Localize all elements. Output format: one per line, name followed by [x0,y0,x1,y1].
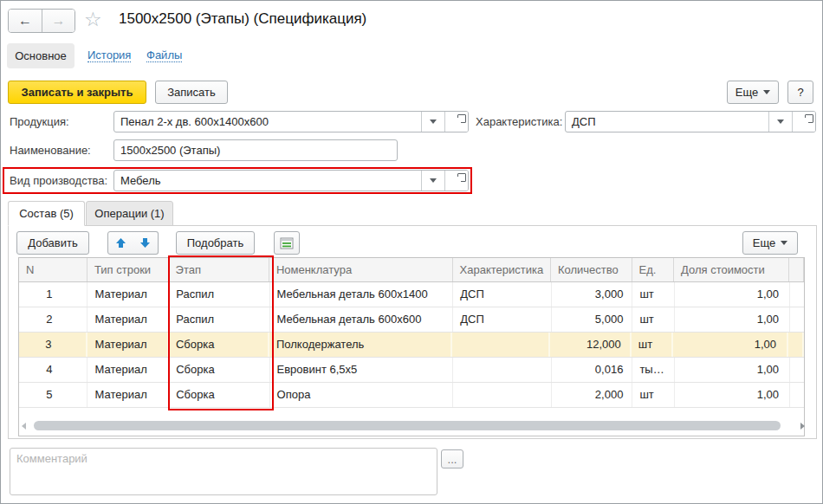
navtab-history[interactable]: История [87,48,131,62]
chevron-down-icon [430,178,437,183]
cell-n[interactable]: 5 [19,383,87,407]
product-dropdown-button[interactable] [421,112,444,132]
cell-row-type[interactable]: Материал [87,282,169,307]
cell-n[interactable]: 4 [19,358,87,382]
cell-share[interactable]: 1,00 [675,358,790,382]
pick-button[interactable]: Подобрать [176,231,255,255]
product-field: Пенал 2-х дв. 600x1400x600 [113,111,469,132]
table-row[interactable]: 5 Материал Сборка Опора 2,000 шт 1,00 [19,383,804,408]
tab-operations[interactable]: Операции (1) [86,201,173,226]
comment-more-button[interactable]: ... [441,449,463,468]
cell-item[interactable]: Опора [270,383,454,407]
col-header-share[interactable]: Доля стоимости [674,258,789,281]
cell-characteristic[interactable]: ДСП [453,307,551,332]
col-header-stage[interactable]: Этап [169,258,269,281]
characteristic-open-button[interactable] [792,112,815,132]
production-type-dropdown-button[interactable] [421,171,444,191]
cell-item[interactable]: Полкодержатель [269,333,452,357]
cell-row-type[interactable]: Материал [87,383,169,407]
cell-qty[interactable]: 0,016 [552,358,633,382]
save-button[interactable]: Записать [155,81,228,104]
table-header-row: N Тип строки Этап Номенклатура Характери… [19,258,804,282]
forward-button[interactable]: → [42,10,75,32]
help-button[interactable]: ? [787,81,813,104]
characteristic-input[interactable]: ДСП [566,112,768,132]
cell-n[interactable]: 1 [19,282,87,307]
form-more-label: Еще [736,86,758,99]
horizontal-scrollbar[interactable] [20,420,805,432]
back-button[interactable]: ← [9,10,42,32]
scrollbar-thumb[interactable] [34,421,781,430]
back-arrow-icon: ← [18,13,32,29]
table-row[interactable]: 2 Материал Распил Мебельная деталь 600x6… [19,307,804,333]
move-up-button[interactable] [107,231,133,255]
cell-unit[interactable]: шт [632,282,674,307]
col-header-row-type[interactable]: Тип строки [87,258,169,281]
cell-share[interactable]: 1,00 [675,383,790,407]
cell-share[interactable]: 1,00 [673,333,788,357]
characteristic-label: Характеристика: [476,111,562,132]
table-more-button[interactable]: Еще [742,231,798,255]
cell-row-type[interactable]: Материал [87,333,169,357]
product-input[interactable]: Пенал 2-х дв. 600x1400x600 [114,112,421,132]
cell-unit[interactable]: шт [632,383,674,407]
cell-row-type[interactable]: Материал [87,358,169,382]
scroll-right-icon[interactable] [800,423,805,430]
cell-unit[interactable]: шт [632,307,674,332]
history-nav-group: ← → [8,9,75,33]
cell-item[interactable]: Евровинт 6,5x5 [270,358,454,382]
col-header-characteristic[interactable]: Характеристика [453,258,551,281]
navtab-files[interactable]: Файлы [146,48,182,62]
cell-qty[interactable]: 2,000 [552,383,633,407]
cell-item[interactable]: Мебельная деталь 600x1400 [270,282,454,307]
cell-spacer [790,383,804,407]
tab-composition[interactable]: Состав (5) [8,201,85,226]
table-row[interactable]: 4 Материал Сборка Евровинт 6,5x5 0,016 т… [19,358,804,383]
chevron-down-icon [430,120,437,124]
save-close-button[interactable]: Записать и закрыть [8,81,146,104]
arrow-up-icon [115,237,126,249]
cell-stage[interactable]: Сборка [169,333,269,357]
cell-characteristic[interactable] [453,358,551,382]
cell-characteristic[interactable]: ДСП [453,282,551,307]
col-header-n[interactable]: N [19,258,87,281]
cell-stage[interactable]: Распил [169,307,269,332]
col-header-qty[interactable]: Количество [551,258,632,281]
table-row-selected[interactable]: 3 Материал Сборка Полкодержатель 12,000 … [19,333,804,358]
cell-share[interactable]: 1,00 [675,307,790,332]
cell-stage[interactable]: Сборка [169,383,269,407]
cell-qty[interactable]: 3,000 [552,282,633,307]
table-row[interactable]: 1 Материал Распил Мебельная деталь 600x1… [19,282,804,307]
favorite-star-icon[interactable]: ☆ [84,8,102,31]
move-down-button[interactable] [133,231,159,255]
change-form-button[interactable] [274,231,300,255]
cell-qty[interactable]: 12,000 [550,333,632,357]
production-type-open-button[interactable] [444,171,468,191]
cell-characteristic[interactable] [452,333,550,357]
col-header-unit[interactable]: Ед. [632,258,674,281]
scroll-left-icon[interactable] [22,423,26,430]
cell-qty[interactable]: 5,000 [552,307,633,332]
add-row-button[interactable]: Добавить [16,231,89,255]
cell-unit[interactable]: шт [632,333,673,357]
cell-characteristic[interactable] [453,383,551,407]
cell-stage[interactable]: Сборка [169,358,269,382]
characteristic-dropdown-button[interactable] [768,112,792,132]
cell-stage[interactable]: Распил [169,282,269,307]
navtab-main[interactable]: Основное [7,43,75,68]
cell-share[interactable]: 1,00 [675,282,790,307]
cell-row-type[interactable]: Материал [87,307,169,332]
comment-input[interactable] [10,448,437,495]
cell-n[interactable]: 2 [19,307,87,332]
cell-spacer [790,282,804,307]
production-type-input[interactable]: Мебель [114,171,421,191]
specification-window: ← → ☆ 1500x2500 (Этапы) (Спецификация) О… [0,0,823,504]
form-more-button[interactable]: Еще [727,81,779,104]
cell-n[interactable]: 3 [19,333,87,357]
product-open-button[interactable] [444,112,468,132]
cell-unit[interactable]: ты… [632,358,674,382]
name-input[interactable]: 1500x2500 (Этапы) [114,140,397,160]
open-link-icon [453,118,461,126]
col-header-item[interactable]: Номенклатура [269,258,453,281]
cell-item[interactable]: Мебельная деталь 600x600 [270,307,454,332]
